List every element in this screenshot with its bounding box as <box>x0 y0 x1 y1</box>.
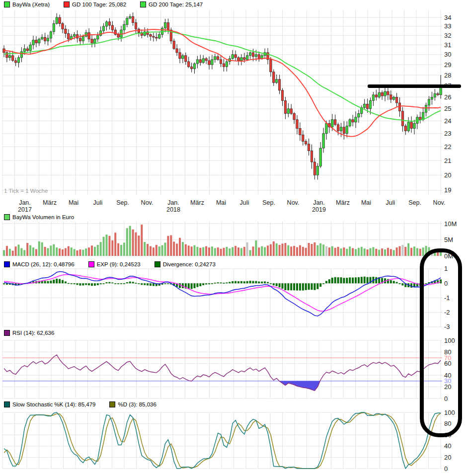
svg-text:März: März <box>190 199 204 206</box>
svg-text:34: 34 <box>444 14 451 21</box>
volume-legend: BayWa Volumen in Euro <box>4 214 74 220</box>
svg-text:19: 19 <box>444 186 451 194</box>
svg-text:28: 28 <box>444 72 451 79</box>
legend-item: MACD (26, 12): 0,48796 <box>4 261 75 267</box>
series-color-swatch <box>4 214 10 220</box>
series-color-swatch <box>4 1 10 7</box>
svg-text:0: 0 <box>444 465 448 473</box>
svg-text:Sep.: Sep. <box>408 199 421 206</box>
svg-text:33: 33 <box>444 22 451 30</box>
legend-label: Divergence: 0,24273 <box>163 261 216 267</box>
svg-text:32: 32 <box>444 32 451 39</box>
svg-text:Juli: Juli <box>240 199 249 206</box>
legend-label: GD 200 Tage: 25,147 <box>149 1 203 7</box>
macd-legend: MACD (26, 12): 0,48796 EXP (9): 0,24523 … <box>4 261 216 267</box>
svg-text:26: 26 <box>444 93 451 101</box>
svg-text:5M: 5M <box>444 236 453 243</box>
svg-text:Jan.: Jan. <box>19 199 31 206</box>
price-panel[interactable] <box>3 12 442 179</box>
series-color-swatch <box>4 330 10 336</box>
legend-label: Slow Stochastic %K (14): 85,479 <box>12 401 95 407</box>
legend-item: Slow Stochastic %K (14): 85,479 <box>4 401 95 407</box>
series-color-swatch <box>64 1 70 7</box>
legend-item: EXP (9): 0,24523 <box>88 261 141 267</box>
legend-item: GD 200 Tage: 25,147 <box>140 1 203 7</box>
svg-text:24: 24 <box>444 117 451 125</box>
svg-text:23: 23 <box>444 130 451 137</box>
svg-text:29: 29 <box>444 61 451 69</box>
series-color-swatch <box>140 1 146 7</box>
legend-label: BayWa Volumen in Euro <box>12 214 74 220</box>
svg-text:Juli: Juli <box>93 199 103 206</box>
svg-text:31: 31 <box>444 41 451 49</box>
legend-item: %D (3): 85,036 <box>109 401 156 407</box>
svg-text:März: März <box>43 199 57 206</box>
svg-text:30: 30 <box>444 51 451 58</box>
legend-label: GD 100 Tage: 25,082 <box>72 1 126 7</box>
series-color-swatch <box>4 401 10 407</box>
legend-label: BayWa (Xetra) <box>12 1 50 7</box>
legend-label: EXP (9): 0,24523 <box>97 261 141 267</box>
macd-panel[interactable] <box>3 272 442 317</box>
tick-interval-note: 1 Tick = 1 Woche <box>4 188 48 194</box>
svg-text:März: März <box>336 199 350 206</box>
svg-text:2018: 2018 <box>166 206 180 213</box>
svg-text:40: 40 <box>444 442 451 450</box>
highlight-box-annotation <box>420 248 462 437</box>
svg-text:Juli: Juli <box>386 199 395 206</box>
gridlines <box>2 10 442 469</box>
legend-item: BayWa Volumen in Euro <box>4 214 74 220</box>
stochastic-legend: Slow Stochastic %K (14): 85,479 %D (3): … <box>4 401 156 407</box>
resistance-line-annotation <box>368 84 461 88</box>
svg-text:2019: 2019 <box>312 206 326 213</box>
rsi-legend: RSI (14): 62,636 <box>4 330 54 336</box>
svg-text:Jan.: Jan. <box>313 199 325 206</box>
svg-text:10M: 10M <box>444 220 457 228</box>
series-color-swatch <box>4 261 10 267</box>
rsi-panel[interactable] <box>2 355 442 391</box>
svg-text:21: 21 <box>444 157 451 164</box>
legend-label: %D (3): 85,036 <box>118 401 156 407</box>
legend-label: RSI (14): 62,636 <box>12 330 54 336</box>
svg-text:Sep.: Sep. <box>262 199 275 206</box>
legend-item: RSI (14): 62,636 <box>4 330 54 336</box>
price-legend: BayWa (Xetra) GD 100 Tage: 25,082 GD 200… <box>4 1 203 7</box>
volume-panel[interactable] <box>3 225 442 256</box>
svg-text:Mai: Mai <box>361 199 371 206</box>
svg-text:Nov.: Nov. <box>141 199 154 206</box>
series-color-swatch <box>88 261 94 267</box>
svg-text:Mai: Mai <box>69 199 78 206</box>
svg-text:20: 20 <box>444 454 451 461</box>
svg-text:Mai: Mai <box>216 199 226 206</box>
svg-text:Nov.: Nov. <box>287 199 300 206</box>
svg-text:22: 22 <box>444 143 451 151</box>
svg-text:Jan.: Jan. <box>167 199 179 206</box>
svg-text:Nov.: Nov. <box>433 199 446 206</box>
svg-text:20: 20 <box>444 171 451 179</box>
series-color-swatch <box>109 401 115 407</box>
legend-item: BayWa (Xetra) <box>4 1 50 7</box>
series-color-swatch <box>155 261 160 267</box>
legend-item: Divergence: 0,24273 <box>155 261 216 267</box>
svg-text:Sep.: Sep. <box>116 199 129 206</box>
legend-label: MACD (26, 12): 0,48796 <box>12 261 75 267</box>
svg-text:25: 25 <box>444 105 451 112</box>
legend-item: GD 100 Tage: 25,082 <box>64 1 126 7</box>
svg-text:2017: 2017 <box>18 206 32 213</box>
stochastic-panel[interactable] <box>4 412 441 469</box>
